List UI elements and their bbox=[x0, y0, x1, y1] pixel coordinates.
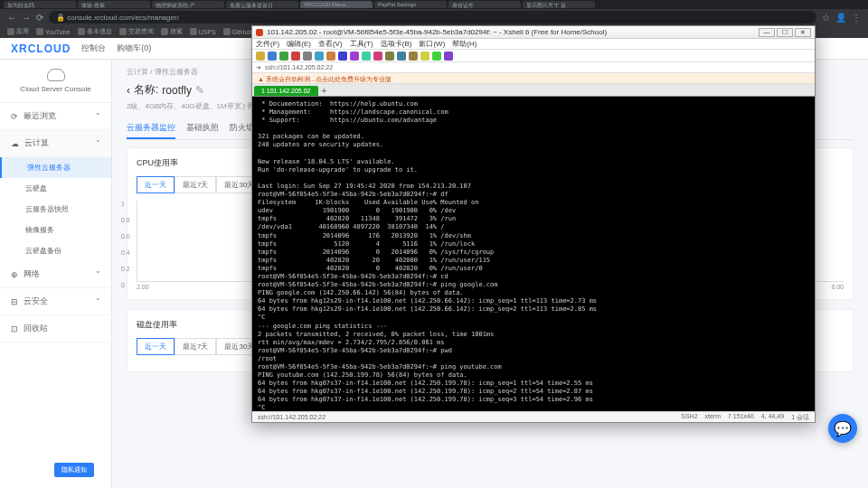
xshell-toolbar bbox=[252, 50, 815, 62]
bookmark-item[interactable]: YouTube bbox=[36, 28, 71, 35]
sidebar-sub-item[interactable]: 镜像服务 bbox=[0, 220, 111, 240]
browser-tab[interactable]: 身份证件 bbox=[448, 1, 521, 8]
bookmark-item[interactable]: 搜索 bbox=[161, 27, 183, 36]
bookmark-item[interactable]: USPS bbox=[190, 28, 216, 35]
close-button[interactable]: ✕ bbox=[795, 28, 811, 37]
menu-item[interactable]: 文件(F) bbox=[256, 39, 279, 49]
browser-tab[interactable]: PayPal Settings bbox=[374, 1, 447, 8]
minimize-button[interactable]: — bbox=[759, 28, 775, 37]
xshell-window: 101.142.205.02 - root@VM-56f854e5-5f3e-4… bbox=[251, 25, 816, 423]
sidebar-sub-item[interactable]: 云服务器快照 bbox=[0, 199, 111, 220]
add-tab-button[interactable]: + bbox=[318, 86, 331, 96]
status-left: ssh://101.142.205.02:22 bbox=[258, 414, 326, 420]
xshell-address-bar: ➜ ssh://101.142.205.02:22 bbox=[252, 62, 815, 73]
status-right: SSH2xterm7 151x464, 44,491 会话 bbox=[681, 413, 809, 422]
toolbar-icon[interactable] bbox=[326, 52, 335, 61]
xshell-upgrade-hint[interactable]: ▲ 系统会自动检测...点击此处免费升级为专业版 bbox=[252, 73, 815, 84]
maximize-button[interactable]: ☐ bbox=[777, 28, 793, 37]
main-tab[interactable]: 云服务器监控 bbox=[127, 118, 175, 139]
menu-item[interactable]: 窗口(W) bbox=[419, 39, 445, 49]
sidebar-network[interactable]: ⊕网络˅ bbox=[0, 261, 111, 288]
chevron-down-icon: ˅ bbox=[96, 112, 100, 121]
refresh-icon: ⟳ bbox=[11, 112, 18, 121]
back-chevron-icon[interactable]: ‹ bbox=[127, 84, 130, 97]
security-icon: ⊟ bbox=[11, 297, 18, 306]
toolbar-icon[interactable] bbox=[397, 52, 406, 61]
browser-tab[interactable]: 物理突破系统-产 bbox=[152, 1, 224, 8]
nav-console[interactable]: 控制台 bbox=[81, 42, 106, 54]
star-icon[interactable]: ☆ bbox=[822, 13, 830, 23]
forward-icon[interactable]: → bbox=[22, 13, 31, 23]
sidebar-sub-item[interactable]: 云硬盘 bbox=[0, 178, 111, 199]
browser-tab[interactable]: 加为好友吗 bbox=[4, 1, 76, 8]
reload-icon[interactable]: ⟳ bbox=[36, 13, 43, 23]
sidebar-sub-item[interactable]: 云硬盘备份 bbox=[0, 240, 111, 261]
profile-icon[interactable]: 👤 bbox=[835, 13, 846, 23]
menu-item[interactable]: 工具(T) bbox=[350, 39, 373, 49]
menu-item[interactable]: 编辑(E) bbox=[287, 39, 311, 49]
menu-item[interactable]: 选项卡(B) bbox=[381, 39, 412, 49]
toolbar-icon[interactable] bbox=[385, 52, 394, 61]
toolbar-icon[interactable] bbox=[432, 52, 441, 61]
toolbar-icon[interactable] bbox=[303, 52, 312, 61]
terminal-tab[interactable]: 1 101.142.205.02 bbox=[254, 86, 318, 96]
xshell-statusbar: ssh://101.142.205.02:22 SSH2xterm7 151x4… bbox=[252, 411, 815, 422]
recycle-icon: ⊡ bbox=[11, 324, 18, 333]
xr-logo: XRCLOUD bbox=[11, 42, 71, 55]
sidebar-security[interactable]: ⊟云安全˅ bbox=[0, 288, 111, 315]
privacy-notice-button[interactable]: 隐私通知 bbox=[54, 463, 94, 477]
menu-item[interactable]: 查看(V) bbox=[318, 39, 343, 49]
url-bar[interactable]: 🔒 console.xrcloud.com/ecs/manager/ bbox=[49, 11, 816, 23]
toolbar-icon[interactable] bbox=[420, 52, 429, 61]
main-tab[interactable]: 防火墙 bbox=[230, 118, 254, 139]
terminal[interactable]: * Documentation: https://help.ubuntu.com… bbox=[252, 97, 815, 411]
browser-tab[interactable]: 显示图片尺寸 百 bbox=[523, 1, 595, 8]
menu-item[interactable]: 帮助(H) bbox=[452, 39, 476, 49]
time-range-tab[interactable]: 近一天 bbox=[137, 176, 175, 193]
chevron-down-icon: ˅ bbox=[96, 270, 100, 279]
toolbar-icon[interactable] bbox=[315, 52, 324, 61]
sidebar-recent[interactable]: ⟳最近浏览˅ bbox=[0, 103, 111, 130]
bookmark-item[interactable]: 基本信息 bbox=[78, 27, 112, 36]
chevron-down-icon: ˅ bbox=[96, 139, 100, 148]
xr-sidebar: Cloud Server Console ⟳最近浏览˅ ☁云计算˅ 弹性云服务器… bbox=[0, 60, 112, 488]
xshell-titlebar[interactable]: 101.142.205.02 - root@VM-56f854e5-5f3e-4… bbox=[252, 26, 815, 39]
back-icon[interactable]: ← bbox=[7, 13, 16, 23]
url-text: console.xrcloud.com/ecs/manager/ bbox=[67, 14, 179, 22]
sidebar-recycle[interactable]: ⊡回收站 bbox=[0, 315, 111, 343]
nav-cart[interactable]: 购物车(0) bbox=[117, 42, 151, 54]
toolbar-icon[interactable] bbox=[338, 52, 347, 61]
toolbar-icon[interactable] bbox=[291, 52, 300, 61]
bookmark-item[interactable]: 交易查询 bbox=[119, 27, 154, 36]
time-range-tab[interactable]: 最近7天 bbox=[175, 176, 216, 193]
xshell-title-text: 101.142.205.02 - root@VM-56f854e5-5f3e-4… bbox=[267, 28, 607, 36]
arrow-icon: ➜ bbox=[256, 64, 261, 71]
browser-toolbar: ← → ⟳ 🔒 console.xrcloud.com/ecs/manager/… bbox=[0, 9, 868, 25]
cloud-console-header: Cloud Server Console bbox=[0, 60, 111, 103]
toolbar-icon[interactable] bbox=[409, 52, 418, 61]
xshell-app-icon bbox=[256, 29, 263, 36]
toolbar-icon[interactable] bbox=[279, 52, 288, 61]
toolbar-icon[interactable] bbox=[350, 52, 359, 61]
browser-tabs: 加为好友吗体验-搜索物理突破系统-产免费云服务器首日XRCLOUD Mana..… bbox=[0, 0, 868, 9]
browser-tab[interactable]: 体验-搜索 bbox=[78, 1, 150, 8]
toolbar-icon[interactable] bbox=[362, 52, 371, 61]
compute-icon: ☁ bbox=[11, 139, 19, 148]
time-range-tab[interactable]: 最近7天 bbox=[175, 338, 216, 355]
bookmark-item[interactable]: GitHub bbox=[223, 28, 252, 35]
sidebar-compute[interactable]: ☁云计算˅ bbox=[0, 130, 111, 157]
toolbar-icon[interactable] bbox=[256, 52, 265, 61]
toolbar-icon[interactable] bbox=[444, 52, 453, 61]
edit-icon[interactable]: ✎ bbox=[195, 84, 204, 97]
time-range-tab[interactable]: 近一天 bbox=[137, 338, 175, 355]
browser-tab[interactable]: 免费云服务器首日 bbox=[226, 1, 298, 8]
bookmark-item[interactable]: 应用 bbox=[7, 27, 29, 36]
browser-tab[interactable]: XRCLOUD Mana... bbox=[300, 1, 373, 8]
chat-bubble-button[interactable]: 💬 bbox=[828, 414, 857, 443]
main-tab[interactable]: 基础执照 bbox=[186, 118, 219, 139]
xshell-addr-text[interactable]: ssh://101.142.205.02:22 bbox=[265, 64, 333, 70]
toolbar-icon[interactable] bbox=[373, 52, 382, 61]
toolbar-icon[interactable] bbox=[268, 52, 277, 61]
menu-icon[interactable]: ⋮ bbox=[852, 13, 861, 23]
sidebar-sub-item[interactable]: 弹性云服务器 bbox=[0, 157, 111, 178]
